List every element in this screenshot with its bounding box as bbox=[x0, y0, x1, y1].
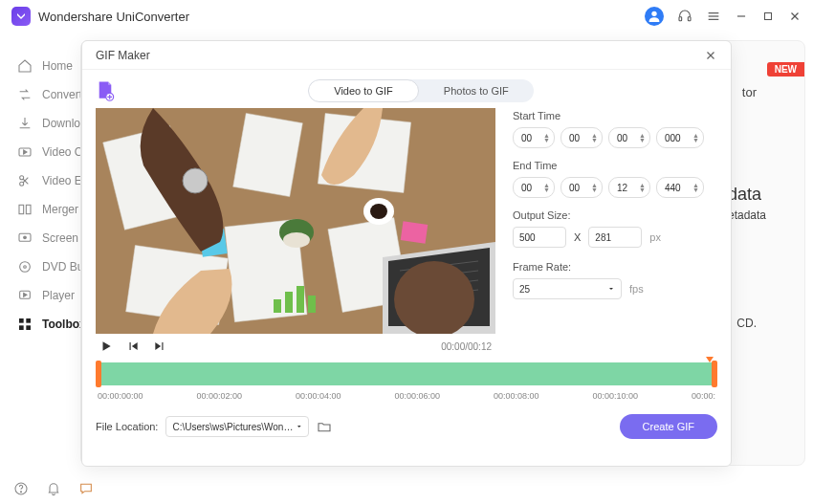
add-file-icon[interactable] bbox=[96, 80, 115, 101]
sidebar-item-label: Downloader bbox=[42, 117, 80, 130]
svg-point-16 bbox=[24, 236, 27, 239]
mode-tabs: Video to GIF Photos to GIF bbox=[308, 79, 533, 102]
sidebar-item-label: Video Compressor bbox=[42, 145, 80, 159]
timeline: 00:00:00:00 00:00:02:00 00:00:04:00 00:0… bbox=[96, 362, 717, 401]
svg-rect-35 bbox=[274, 299, 281, 313]
user-avatar[interactable] bbox=[645, 7, 664, 26]
maximize-button[interactable] bbox=[761, 10, 775, 23]
svg-point-17 bbox=[20, 262, 31, 273]
frame-rate-select[interactable]: 25 bbox=[513, 278, 622, 299]
svg-rect-20 bbox=[19, 318, 24, 323]
svg-rect-14 bbox=[26, 205, 31, 213]
create-gif-button[interactable]: Create GIF bbox=[620, 414, 717, 439]
timeline-handle-start[interactable] bbox=[96, 361, 101, 387]
svg-rect-21 bbox=[26, 318, 31, 323]
x-separator: X bbox=[574, 231, 581, 243]
close-button[interactable] bbox=[788, 10, 802, 23]
tab-photos-to-gif[interactable]: Photos to GIF bbox=[419, 79, 534, 102]
start-hour-input[interactable]: 00▲▼ bbox=[513, 127, 555, 148]
svg-rect-23 bbox=[26, 325, 31, 330]
sidebar-item-recorder[interactable]: Screen Recorder bbox=[0, 224, 80, 252]
sidebar-item-home[interactable]: Home bbox=[0, 52, 80, 80]
sidebar-item-label: Converter bbox=[42, 88, 80, 101]
end-ms-input[interactable]: 440▲▼ bbox=[656, 177, 704, 198]
end-min-input[interactable]: 00▲▼ bbox=[560, 177, 603, 198]
folder-icon[interactable] bbox=[317, 419, 332, 434]
help-icon[interactable] bbox=[13, 481, 29, 496]
sidebar-item-dvd[interactable]: DVD Burner bbox=[0, 252, 80, 281]
sidebar: Home Converter Downloader Video Compress… bbox=[0, 33, 80, 504]
end-time-label: End Time bbox=[513, 160, 717, 171]
timeline-track[interactable] bbox=[96, 362, 717, 385]
file-location-label: File Location: bbox=[96, 421, 158, 432]
output-size-label: Output Size: bbox=[513, 209, 717, 221]
sidebar-item-label: Video Editor bbox=[42, 174, 80, 187]
sidebar-item-label: Toolbox bbox=[42, 318, 80, 331]
sidebar-item-label: Home bbox=[42, 59, 73, 73]
svg-point-44 bbox=[283, 232, 310, 248]
sidebar-item-label: Player bbox=[42, 289, 75, 302]
svg-rect-40 bbox=[401, 221, 428, 243]
start-ms-input[interactable]: 000▲▼ bbox=[656, 127, 704, 148]
close-icon[interactable] bbox=[704, 49, 717, 62]
bg-text-cd: CD. bbox=[736, 317, 757, 330]
svg-rect-7 bbox=[765, 13, 772, 20]
output-height-input[interactable] bbox=[588, 227, 642, 248]
svg-rect-37 bbox=[297, 286, 304, 313]
svg-point-42 bbox=[370, 204, 387, 219]
start-sec-input[interactable]: 00▲▼ bbox=[608, 127, 650, 148]
modal-header: GIF Maker bbox=[82, 41, 731, 70]
sidebar-item-converter[interactable]: Converter bbox=[0, 80, 80, 109]
app-logo bbox=[11, 7, 31, 26]
play-icon[interactable] bbox=[99, 340, 113, 353]
svg-rect-38 bbox=[308, 296, 316, 313]
file-location-select[interactable]: C:\Users\ws\Pictures\Wonders bbox=[165, 416, 309, 437]
titlebar: Wondershare UniConverter bbox=[0, 0, 813, 33]
gif-maker-modal: GIF Maker Video to GIF Photos to GIF bbox=[81, 40, 732, 467]
video-preview[interactable] bbox=[96, 108, 495, 334]
svg-rect-36 bbox=[285, 292, 293, 313]
sidebar-item-editor[interactable]: Video Editor bbox=[0, 166, 80, 195]
headset-icon[interactable] bbox=[677, 9, 692, 24]
play-controls: 00:00/00:12 bbox=[96, 334, 495, 359]
bg-text-data: data bbox=[728, 185, 766, 205]
px-unit: px bbox=[649, 231, 661, 243]
tab-video-to-gif[interactable]: Video to GIF bbox=[308, 79, 419, 102]
svg-point-52 bbox=[183, 168, 208, 193]
start-min-input[interactable]: 00▲▼ bbox=[560, 127, 603, 148]
svg-point-18 bbox=[24, 266, 27, 269]
sidebar-item-downloader[interactable]: Downloader bbox=[0, 109, 80, 138]
app-title: Wondershare UniConverter bbox=[38, 10, 189, 24]
bell-icon[interactable] bbox=[46, 481, 61, 496]
svg-rect-13 bbox=[19, 205, 24, 213]
bg-text-tor: tor bbox=[742, 85, 757, 99]
timecode: 00:00/00:12 bbox=[441, 341, 492, 352]
svg-point-0 bbox=[651, 11, 656, 16]
minimize-button[interactable] bbox=[735, 10, 748, 23]
sidebar-item-label: DVD Burner bbox=[42, 260, 80, 274]
sidebar-item-compressor[interactable]: Video Compressor bbox=[0, 138, 80, 166]
output-width-input[interactable] bbox=[513, 227, 566, 248]
hamburger-icon[interactable] bbox=[706, 9, 721, 24]
end-hour-input[interactable]: 00▲▼ bbox=[513, 177, 555, 198]
prev-frame-icon[interactable] bbox=[126, 340, 140, 353]
status-bar bbox=[13, 481, 94, 496]
next-frame-icon[interactable] bbox=[153, 340, 166, 353]
sidebar-item-label: Merger bbox=[42, 203, 78, 216]
fps-unit: fps bbox=[629, 283, 644, 295]
sidebar-item-toolbox[interactable]: Toolbox bbox=[0, 310, 80, 339]
timeline-ruler: 00:00:00:00 00:00:02:00 00:00:04:00 00:0… bbox=[96, 391, 717, 401]
svg-rect-22 bbox=[19, 325, 24, 330]
svg-rect-1 bbox=[679, 17, 682, 21]
sidebar-item-merger[interactable]: Merger bbox=[0, 195, 80, 224]
chevron-down-icon bbox=[607, 285, 615, 293]
timeline-handle-end[interactable] bbox=[712, 361, 717, 387]
start-time-label: Start Time bbox=[513, 110, 717, 121]
modal-title: GIF Maker bbox=[96, 49, 150, 62]
frame-rate-label: Frame Rate: bbox=[513, 261, 717, 273]
sidebar-item-player[interactable]: Player bbox=[0, 281, 80, 310]
new-badge: NEW bbox=[767, 62, 804, 77]
chevron-down-icon bbox=[296, 423, 303, 430]
feedback-icon[interactable] bbox=[78, 481, 94, 496]
end-sec-input[interactable]: 12▲▼ bbox=[608, 177, 650, 198]
